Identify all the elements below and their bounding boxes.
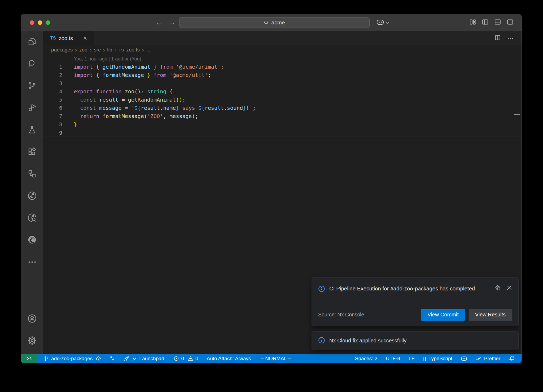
code-line[interactable]: 4export function zoo(): string { — [43, 88, 522, 96]
minimize-window-button[interactable] — [38, 20, 42, 25]
more-views-ellipsis-icon — [28, 260, 37, 265]
language-label: TypeScript — [428, 356, 452, 361]
sidebar-item-extensions[interactable] — [21, 141, 43, 163]
sidebar-item-explorer[interactable] — [21, 31, 43, 53]
sidebar-item-testing[interactable] — [21, 119, 43, 141]
zoom-window-button[interactable] — [46, 20, 50, 25]
eol-label: LF — [409, 356, 414, 361]
line-number: 8 — [43, 120, 62, 129]
toggle-primary-sidebar-icon[interactable] — [482, 19, 489, 27]
breadcrumb-item[interactable]: src — [94, 47, 100, 53]
auto-attach-label: Auto Attach: Always — [207, 356, 251, 361]
notification-message: Nx Cloud fix applied successfully — [329, 338, 406, 344]
overview-ruler-marker — [514, 114, 520, 115]
sidebar-item-edge-browser[interactable] — [21, 229, 43, 251]
sidebar-item-source-control[interactable] — [21, 75, 43, 97]
bell-dot-icon — [509, 356, 515, 361]
microsoft-edge-icon — [27, 235, 37, 246]
notification-toast-ci-pipeline: CI Pipeline Execution for #add-zoo-packa… — [312, 277, 519, 326]
tab-label: zoo.ts — [59, 35, 73, 41]
notification-close-icon[interactable] — [507, 285, 512, 291]
warning-icon — [188, 356, 193, 361]
code-line[interactable]: 6 const message = `${result.name} says $… — [43, 104, 522, 112]
vim-mode-status[interactable]: -- NORMAL -- — [260, 356, 291, 361]
breadcrumb-item[interactable]: zoo.ts — [126, 47, 140, 53]
indentation-status[interactable]: Spaces: 2 — [355, 356, 378, 361]
tab-zoo-ts[interactable]: TS zoo.ts — [43, 31, 94, 45]
line-number: 6 — [43, 104, 62, 112]
encoding-status[interactable]: UTF-8 — [386, 356, 400, 361]
status-bar: add-zoo-packages — [21, 354, 522, 363]
warning-count: 0 — [195, 356, 198, 361]
copilot-icon[interactable] — [376, 19, 384, 27]
testing-beaker-icon — [27, 125, 37, 136]
toggle-panel-icon[interactable] — [494, 19, 501, 27]
breadcrumb-item[interactable]: packages — [51, 47, 73, 53]
code-text: const message = `${result.name} says ${r… — [62, 104, 256, 112]
search-icon — [264, 20, 269, 25]
split-editor-icon[interactable] — [494, 34, 501, 42]
desktop-background: ← → acme — [0, 0, 543, 392]
code-text: } — [62, 120, 77, 129]
notification-settings-gear-icon[interactable] — [494, 285, 501, 292]
sidebar-item-nx-cloud[interactable] — [21, 185, 43, 207]
sidebar-item-more-views[interactable] — [21, 251, 43, 273]
accounts-button[interactable] — [21, 308, 43, 330]
command-center-search[interactable]: acme — [179, 17, 370, 28]
notifications-bell[interactable] — [509, 356, 515, 361]
encoding-label: UTF-8 — [386, 356, 400, 361]
accounts-icon — [27, 313, 37, 325]
code-text: export function zoo(): string { — [62, 88, 173, 96]
forward-arrow-icon[interactable]: → — [168, 19, 175, 27]
view-commit-button[interactable]: View Commit — [421, 309, 465, 321]
breadcrumb-item[interactable]: ... — [146, 47, 151, 53]
error-count: 0 — [181, 356, 184, 361]
language-mode-status[interactable]: {} TypeScript — [423, 356, 452, 361]
nx-console-icon — [27, 169, 37, 180]
code-line[interactable]: 3 — [43, 79, 522, 88]
sidebar-item-search[interactable] — [21, 53, 43, 75]
vim-mode-label: -- NORMAL -- — [260, 356, 291, 361]
code-line[interactable]: 2import { formatMessage } from '@acme/ut… — [43, 71, 522, 79]
remote-indicator[interactable] — [21, 354, 37, 363]
auto-attach-status[interactable]: Auto Attach: Always — [207, 356, 251, 361]
code-line[interactable]: 7 return formatMessage('ZOO', message); — [43, 112, 522, 120]
breadcrumb-item[interactable]: lib — [107, 47, 112, 53]
notification-toast-nx-cloud: Nx Cloud fix applied successfully — [312, 331, 519, 350]
title-bar: ← → acme — [21, 14, 522, 31]
command-center-text: acme — [271, 19, 285, 26]
formatter-status[interactable]: Prettier — [476, 356, 500, 361]
code-text: return formatMessage('ZOO', message); — [62, 112, 198, 120]
toggle-secondary-sidebar-icon[interactable] — [507, 19, 514, 27]
tab-close-icon[interactable] — [83, 36, 87, 40]
run-debug-icon — [27, 103, 37, 114]
chevron-down-icon[interactable] — [386, 20, 389, 25]
chevron-right-icon: › — [75, 47, 77, 53]
launchpad-status[interactable]: Launchpad — [123, 355, 164, 362]
breadcrumb-item[interactable]: zoo — [79, 47, 87, 53]
tab-bar: TS zoo.ts — [43, 31, 522, 45]
sidebar-item-nx-console[interactable] — [21, 163, 43, 185]
customize-layout-icon[interactable] — [469, 19, 476, 27]
more-actions-icon[interactable] — [508, 36, 514, 41]
code-line[interactable]: 9 — [43, 129, 522, 137]
sidebar-item-run-debug[interactable] — [21, 97, 43, 119]
git-blame-annotation: You, 1 hour ago | 1 author (You) — [43, 55, 522, 63]
plug-icon — [132, 356, 137, 361]
copilot-status[interactable] — [461, 356, 467, 361]
code-line[interactable]: 1import { getRandomAnimal } from '@acme/… — [43, 63, 522, 71]
code-line[interactable]: 5 const result = getRandomAnimal(); — [43, 96, 522, 104]
close-window-button[interactable] — [30, 20, 34, 25]
line-number: 2 — [43, 71, 62, 79]
problems-status[interactable]: 0 0 — [174, 356, 198, 361]
settings-button[interactable] — [21, 330, 43, 352]
commit-graph-status[interactable] — [110, 356, 115, 361]
code-text: import { formatMessage } from '@acme/uti… — [62, 71, 211, 79]
back-arrow-icon[interactable]: ← — [156, 19, 163, 27]
vscode-window: ← → acme — [21, 14, 522, 363]
code-line[interactable]: 8} — [43, 120, 522, 129]
eol-status[interactable]: LF — [409, 356, 414, 361]
view-results-button[interactable]: View Results — [469, 309, 512, 321]
sidebar-item-nx-cloud-inspect[interactable] — [21, 207, 43, 229]
git-branch-status[interactable]: add-zoo-packages — [44, 356, 102, 361]
